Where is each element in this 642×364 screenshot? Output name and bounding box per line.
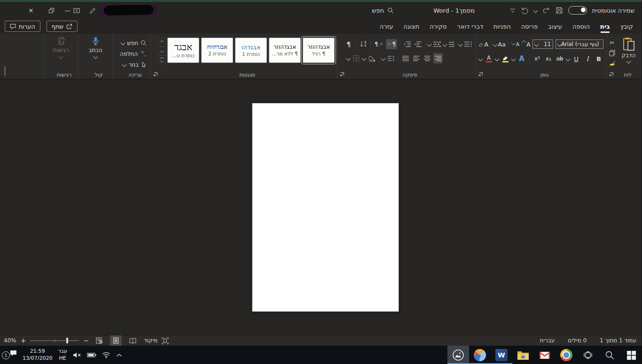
sort-button[interactable]: AZ [359, 39, 368, 49]
select-button[interactable]: בחר [113, 60, 150, 69]
bold-button[interactable]: B [594, 54, 603, 64]
bullets-chevron[interactable] [458, 42, 463, 46]
tab-review[interactable]: סקירה [424, 19, 452, 34]
save-button[interactable] [556, 7, 563, 14]
bullets-button[interactable] [463, 39, 473, 49]
taskbar-app-photos[interactable] [447, 346, 469, 364]
copy-button[interactable] [607, 48, 617, 57]
font-name-combobox[interactable]: Arial (גוף עברי) [556, 39, 603, 49]
strikethrough-button[interactable]: ab [555, 54, 564, 64]
style-no-spacing[interactable]: אבגדהוזר ¶ ללא מר... [269, 38, 301, 63]
zoom-slider[interactable] [30, 337, 79, 344]
document-canvas[interactable] [0, 79, 642, 335]
change-case-button[interactable]: Aa [493, 39, 506, 49]
word-count-status[interactable]: 0 מילים [568, 337, 587, 344]
underline-dropdown-chevron[interactable] [566, 56, 571, 61]
font-size-combobox[interactable]: 11 [532, 39, 553, 49]
styles-scroll-up-button[interactable] [158, 38, 166, 46]
font-color-chevron[interactable] [478, 56, 483, 61]
shrink-font-button[interactable]: A [511, 39, 520, 49]
volume-muted-button[interactable] [73, 352, 81, 358]
taskbar-task-view-button[interactable] [577, 346, 599, 364]
style-heading-2[interactable]: אבגדהוזח כותרת 2 [201, 38, 233, 63]
tab-layout[interactable]: פריסה [516, 19, 543, 34]
text-effects-button[interactable]: A [517, 54, 526, 64]
start-button[interactable] [620, 346, 642, 364]
restore-button[interactable] [44, 2, 58, 19]
styles-scroll-down-button[interactable] [158, 46, 166, 55]
tab-design[interactable]: עיצוב [543, 19, 567, 34]
web-layout-view-button[interactable] [93, 335, 106, 346]
styles-dialog-launcher[interactable] [153, 72, 158, 77]
style-normal[interactable]: אבגדהוזר ¶ רגיל [303, 38, 335, 63]
tab-references[interactable]: הפניות [488, 19, 516, 34]
font-color-button[interactable]: A [484, 54, 493, 64]
style-title[interactable]: אבגד כותרת ט... [167, 38, 199, 63]
share-button[interactable]: שתף [47, 21, 78, 32]
tab-home[interactable]: בית [595, 19, 615, 34]
clear-formatting-button[interactable]: A [479, 39, 488, 49]
tab-file[interactable]: קובץ [615, 19, 638, 34]
taskbar-clock[interactable]: 21:59 13/07/2020 [23, 348, 52, 362]
ltr-text-direction-button[interactable]: >¶ [373, 39, 384, 49]
action-center-button[interactable]: 1 [5, 349, 17, 361]
undo-dropdown-chevron[interactable] [533, 8, 538, 13]
line-spacing-chevron[interactable] [381, 56, 386, 61]
format-painter-button[interactable] [607, 59, 617, 68]
battery-indicator[interactable] [87, 352, 96, 358]
align-left-button[interactable] [412, 53, 421, 63]
document-page[interactable] [252, 103, 399, 312]
text-effects-chevron[interactable] [511, 56, 516, 61]
cut-button[interactable]: ✂ [607, 38, 617, 47]
paragraph-dialog-launcher[interactable] [339, 72, 344, 77]
superscript-button[interactable]: x² [532, 54, 542, 64]
replace-button[interactable]: bc החלפה [113, 49, 150, 58]
tab-insert[interactable]: הוספה [567, 19, 595, 34]
taskbar-app-chrome[interactable] [556, 346, 577, 364]
increase-indent-button[interactable] [402, 39, 412, 49]
show-formatting-marks-button[interactable]: ¶ [344, 39, 353, 49]
read-mode-view-button[interactable] [126, 335, 140, 346]
font-dialog-launcher[interactable] [478, 72, 483, 77]
comments-button[interactable]: הערות [5, 21, 40, 32]
taskbar-app-browser-profile[interactable] [469, 346, 491, 364]
zoom-level[interactable]: 40% [4, 337, 16, 344]
show-hidden-icons-button[interactable] [116, 353, 122, 357]
tab-mailings[interactable]: דברי דואר [452, 19, 488, 34]
paste-button[interactable]: הדבק [619, 37, 638, 70]
grow-font-button[interactable]: A [522, 39, 531, 49]
zoom-in-button[interactable]: + [21, 337, 26, 344]
taskbar-app-file-explorer[interactable] [512, 346, 534, 364]
multilevel-chevron[interactable] [427, 42, 432, 46]
collapse-ribbon-button[interactable] [5, 67, 5, 76]
taskbar-search-button[interactable] [599, 346, 620, 364]
multilevel-list-button[interactable] [432, 39, 442, 49]
ribbon-display-options-button[interactable] [70, 2, 84, 19]
borders-chevron[interactable] [346, 56, 351, 61]
subscript-button[interactable]: x₂ [544, 54, 553, 64]
numbering-chevron[interactable] [443, 42, 447, 46]
taskbar-app-gmail[interactable] [534, 346, 556, 364]
zoom-slider-handle[interactable] [66, 338, 68, 343]
search-box[interactable]: חפש [372, 2, 394, 19]
styles-more-button[interactable] [158, 55, 166, 64]
align-right-button[interactable] [433, 53, 443, 63]
autosave-toggle[interactable] [568, 6, 587, 15]
tab-help[interactable]: עזרה [375, 19, 398, 34]
rtl-text-direction-button[interactable]: ¶< [386, 39, 397, 49]
zoom-out-button[interactable]: − [83, 337, 89, 344]
style-heading-1[interactable]: אבגדהו כותרת 1 [235, 38, 267, 63]
underline-button[interactable]: U [572, 54, 581, 64]
tab-view[interactable]: תצוגה [398, 19, 424, 34]
italic-button[interactable]: I [583, 54, 592, 64]
wifi-indicator[interactable] [102, 352, 110, 358]
focus-mode-button[interactable] [162, 337, 169, 344]
paste-dropdown-chevron[interactable] [626, 59, 631, 64]
dictate-chevron[interactable] [93, 54, 98, 59]
clipboard-dialog-launcher[interactable] [609, 72, 614, 77]
focus-mode-label[interactable]: מיקוד [144, 337, 157, 344]
pen-drawing-button[interactable] [86, 2, 100, 19]
find-button[interactable]: חפש [113, 39, 150, 47]
redo-button[interactable] [542, 7, 550, 14]
highlight-dropdown-chevron[interactable] [495, 56, 500, 61]
